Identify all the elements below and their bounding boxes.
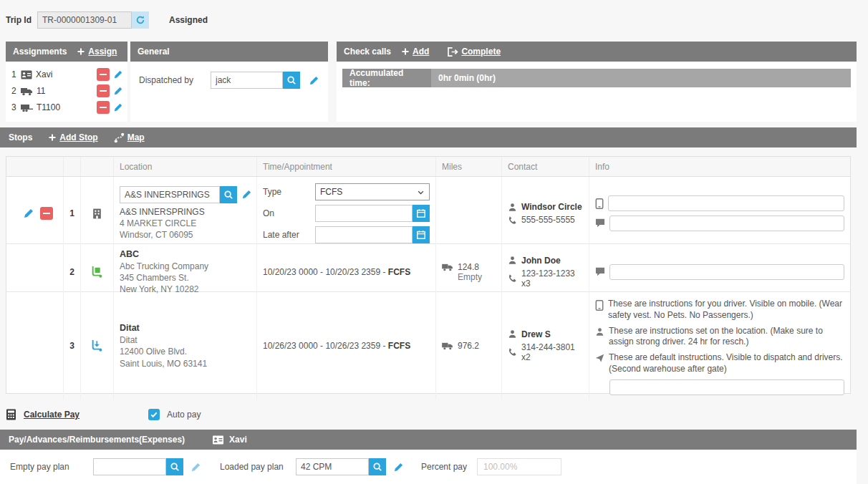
percent-pay-input[interactable] — [477, 458, 561, 475]
map-label: Map — [127, 132, 145, 142]
col-type-icon — [81, 157, 114, 176]
dispatched-by-search-button[interactable] — [283, 72, 300, 89]
stop-2-miles-cell: 124.8 Empty — [436, 244, 502, 299]
calculate-pay-link[interactable]: Calculate Pay — [24, 410, 79, 420]
location-search-input[interactable] — [120, 186, 220, 203]
check-calls-add-link[interactable]: Add — [401, 47, 429, 57]
delivery-handtruck-icon — [91, 339, 103, 352]
send-icon — [595, 354, 604, 363]
location-address-line2: Windsor, CT 06095 — [120, 229, 251, 241]
stop-row-1: 1 A&S INNERSPRINGS 4 MARKET C — [6, 177, 850, 244]
remove-trailer-button[interactable] — [97, 101, 110, 114]
assign-link[interactable]: Assign — [77, 47, 117, 57]
search-icon — [223, 190, 233, 200]
stop-note-input[interactable] — [609, 264, 844, 280]
remove-stop-button[interactable] — [40, 207, 53, 220]
stops-table-header: Location Time/Appointment Miles Contact … — [6, 157, 850, 177]
remove-driver-button[interactable] — [97, 68, 110, 81]
pay-driver-name: Xavi — [229, 435, 247, 445]
edit-truck-pencil-icon[interactable] — [113, 86, 123, 96]
col-controls — [6, 157, 64, 176]
stop-row-2: 2 ABC Abc Trucking Company 345 Chambers … — [6, 244, 850, 292]
comment-icon — [595, 267, 605, 276]
loaded-pay-plan-edit-pencil-icon[interactable] — [393, 462, 404, 473]
location-address-line2: Saint Louis, MO 63141 — [120, 358, 251, 369]
stop-number: 3 — [64, 292, 81, 400]
stop-3-controls — [6, 292, 64, 400]
dispatched-by-input[interactable] — [211, 72, 283, 89]
check-calls-panel: Check calls Add Complete Accumulated tim… — [337, 42, 857, 122]
dispatched-by-edit-pencil-icon[interactable] — [309, 75, 319, 86]
assignment-row-driver: 1 Xavi — [11, 67, 123, 82]
stop-note-input[interactable] — [609, 379, 844, 395]
accumulated-time-value: 0hr 0min (0hr) — [431, 69, 851, 87]
assignment-label: T1100 — [37, 102, 60, 112]
late-after-label: Late after — [263, 230, 299, 240]
check-calls-complete-link[interactable]: Complete — [448, 47, 501, 57]
edit-stop-pencil-icon[interactable] — [23, 208, 34, 219]
assignment-label: 11 — [37, 86, 45, 96]
remove-truck-button[interactable] — [97, 84, 110, 97]
stop-3-location-cell: Ditat Ditat 12400 Olive Blvd. Saint Loui… — [114, 292, 257, 400]
location-search-button[interactable] — [220, 186, 237, 203]
stop-1-time-cell: Type FCFS On Late aft — [257, 177, 436, 250]
appointment-type-select[interactable]: FCFS — [315, 183, 430, 200]
contact-name: Drew S — [521, 329, 551, 339]
stop-number: 2 — [64, 244, 81, 299]
appointment-type-value: FCFS — [320, 187, 342, 197]
auto-pay-checkbox[interactable] — [148, 409, 160, 420]
phone-icon — [508, 274, 517, 283]
assignments-panel: Assignments Assign 1 Xavi 2 — [6, 42, 127, 122]
edit-driver-pencil-icon[interactable] — [113, 69, 123, 79]
pay-panel-title: Pay/Advances/Reimbursements(Expenses) — [9, 435, 185, 445]
empty-pay-plan-search-button[interactable] — [166, 458, 183, 475]
driver-instructions-text: These are instructions for you driver. V… — [608, 299, 844, 321]
edit-trailer-pencil-icon[interactable] — [113, 102, 123, 112]
mobile-instructions-input[interactable] — [608, 195, 844, 211]
location-name: A&S INNERSPRINGS — [120, 206, 251, 218]
empty-pay-plan-edit-pencil-icon[interactable] — [191, 462, 201, 473]
accumulated-time-bar: Accumulated time: 0hr 0min (0hr) — [342, 69, 851, 87]
mobile-icon — [595, 198, 604, 209]
trip-id-input[interactable] — [37, 11, 132, 29]
stop-note-input[interactable] — [609, 216, 844, 231]
plus-icon — [48, 133, 57, 142]
stop-2-time-cell: 10/20/23 0000 - 10/20/23 2359 - FCFS — [257, 244, 436, 299]
assignments-list: 1 Xavi 2 11 3 — [6, 62, 127, 119]
driver-id-card-icon — [21, 70, 32, 79]
loaded-pay-plan-input[interactable] — [296, 458, 369, 475]
late-after-date-input[interactable] — [315, 226, 413, 243]
late-after-calendar-button[interactable] — [413, 226, 430, 243]
col-contact: Contact — [502, 157, 589, 176]
assignment-number: 3 — [11, 102, 17, 112]
truck-miles-icon — [442, 263, 453, 271]
assignments-title: Assignments — [13, 47, 67, 57]
col-location: Location — [114, 157, 257, 176]
empty-pay-plan-input[interactable] — [93, 458, 166, 475]
on-date-input[interactable] — [315, 205, 413, 222]
stop-1-location-cell: A&S INNERSPRINGS 4 MARKET CIRCLE Windsor… — [114, 177, 257, 250]
stop-2-location-cell: ABC Abc Trucking Company 345 Chambers St… — [114, 244, 257, 299]
complete-icon — [448, 47, 458, 57]
person-icon — [595, 327, 604, 337]
assignment-row-truck: 2 11 — [11, 84, 123, 98]
add-stop-link[interactable]: Add Stop — [48, 132, 97, 142]
appointment-window: 10/26/23 0000 - 10/26/23 2359 - FCFS — [263, 341, 430, 351]
refresh-trip-button[interactable] — [132, 11, 149, 29]
stop-1-type-cell — [81, 177, 114, 250]
accumulated-time-label: Accumulated time: — [342, 69, 431, 87]
map-link[interactable]: Map — [114, 132, 145, 143]
stop-3-miles-cell: 976.2 — [436, 292, 502, 400]
location-name: Ditat — [120, 322, 251, 334]
contact-phone: 123-123-1233 x3 — [521, 268, 583, 289]
trip-status: Assigned — [169, 15, 208, 25]
check-icon — [150, 410, 158, 419]
check-calls-body: Accumulated time: 0hr 0min (0hr) — [337, 62, 857, 95]
loaded-pay-plan-search-button[interactable] — [369, 458, 386, 475]
miles-value: 124.8 — [458, 262, 482, 272]
assignments-header: Assignments Assign — [6, 42, 127, 62]
location-edit-pencil-icon[interactable] — [241, 189, 252, 200]
on-date-calendar-button[interactable] — [413, 205, 430, 222]
top-bar: Trip Id Assigned — [0, 0, 868, 40]
assign-link-label: Assign — [88, 47, 117, 57]
